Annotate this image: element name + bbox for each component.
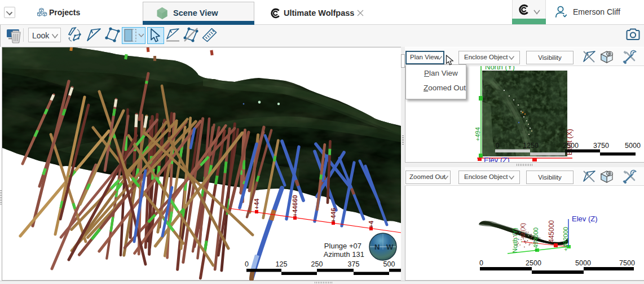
svg-text:500: 500 [383, 260, 395, 268]
svg-text:5000: 5000 [575, 259, 591, 267]
svg-text:3750: 3750 [593, 142, 609, 150]
svg-text:+494: +494 [474, 127, 481, 141]
svg-text:+494000: +494000 [532, 228, 539, 252]
svg-text:Elev (Z): Elev (Z) [572, 215, 598, 223]
svg-text:North (Y): North (Y) [485, 66, 515, 71]
svg-text:+44660: +44660 [292, 195, 298, 217]
svg-text:2500: 2500 [526, 259, 541, 267]
svg-text:250: 250 [311, 260, 323, 268]
svg-text:W: W [386, 243, 394, 251]
svg-text:Azimuth 131: Azimuth 131 [324, 250, 364, 259]
svg-text:375: 375 [348, 260, 360, 268]
svg-text:1250: 1250 [523, 142, 539, 150]
svg-text:2500: 2500 [563, 142, 579, 150]
svg-text:0: 0 [479, 259, 483, 267]
svg-text:125: 125 [276, 260, 288, 268]
svg-text:+44: +44 [253, 198, 260, 209]
svg-text:+492000: +492000 [562, 227, 569, 251]
svg-text:N: N [374, 243, 380, 251]
svg-text:+4: +4 [368, 220, 374, 228]
svg-text:7500: 7500 [619, 259, 635, 267]
svg-text:+446: +446 [330, 208, 337, 222]
svg-text:5000: 5000 [625, 142, 641, 150]
svg-text:0: 0 [496, 142, 500, 150]
svg-text:st (X): st (X) [519, 223, 526, 238]
svg-text:445000: 445000 [548, 220, 555, 243]
svg-text:North (Y): North (Y) [511, 228, 518, 253]
svg-text:Elev (Z): Elev (Z) [484, 156, 510, 162]
svg-text:Plunge +07: Plunge +07 [324, 242, 361, 250]
svg-text:0: 0 [245, 260, 249, 268]
